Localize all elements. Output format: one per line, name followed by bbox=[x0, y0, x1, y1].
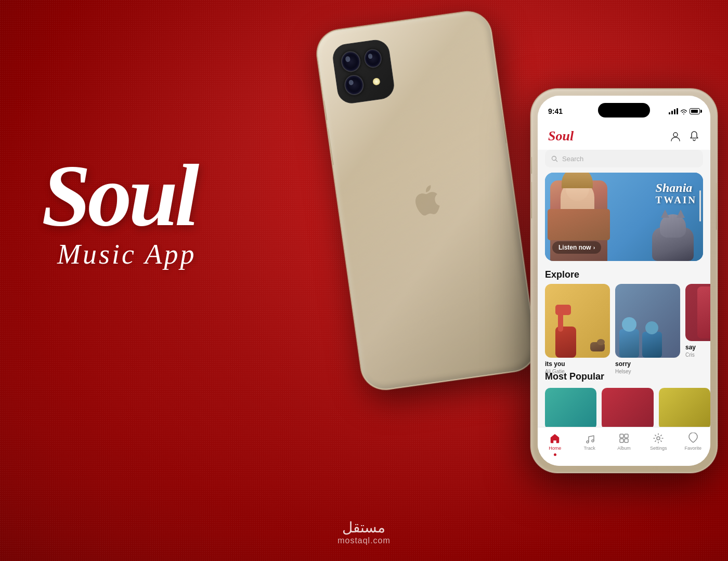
camera-lens-3 bbox=[343, 73, 365, 96]
tab-settings-label: Settings bbox=[650, 446, 667, 451]
popular-card-3[interactable] bbox=[659, 388, 710, 427]
phone-back-side-btn-volume bbox=[326, 129, 334, 165]
scroll-indicator bbox=[699, 190, 701, 221]
explore-card-3[interactable]: say Cris bbox=[685, 284, 710, 358]
wolf-figure bbox=[649, 217, 699, 261]
svg-rect-6 bbox=[620, 439, 623, 442]
battery-fill bbox=[691, 110, 698, 113]
tab-track[interactable]: Track bbox=[572, 433, 606, 451]
svg-rect-5 bbox=[625, 434, 628, 438]
hero-banner[interactable]: Shania TWAIN Listen now › bbox=[545, 173, 703, 261]
card2-figure1 bbox=[619, 308, 645, 358]
notification-icon[interactable] bbox=[688, 131, 700, 142]
status-icons bbox=[669, 108, 700, 114]
card1-head bbox=[555, 305, 571, 315]
app-logo: Soul bbox=[548, 128, 574, 144]
search-bar[interactable]: Search bbox=[545, 150, 703, 167]
explore-card-1[interactable]: its you Ali Gatie bbox=[545, 284, 610, 358]
phone-screen: 9:41 bbox=[538, 96, 710, 466]
card1-animal-head bbox=[597, 339, 605, 345]
signal-bar-3 bbox=[674, 109, 675, 114]
listen-now-text: Listen now bbox=[558, 244, 591, 251]
signal-icon bbox=[669, 108, 678, 114]
phone-back-body bbox=[314, 8, 539, 394]
phone-front-volume-btn bbox=[530, 182, 532, 218]
phone-back bbox=[314, 8, 539, 394]
listen-now-arrow: › bbox=[593, 244, 595, 251]
tab-album-label: Album bbox=[617, 446, 631, 451]
listen-now-button[interactable]: Listen now › bbox=[552, 241, 601, 254]
explore-cards: its you Ali Gatie bbox=[545, 284, 710, 358]
popular-card-1[interactable] bbox=[545, 388, 596, 427]
tab-track-label: Track bbox=[584, 446, 595, 451]
dynamic-island bbox=[598, 103, 650, 118]
album-icon bbox=[618, 433, 630, 444]
signal-bar-1 bbox=[669, 112, 670, 114]
card2-figure2 bbox=[642, 314, 668, 358]
phone-back-side-btn-mute bbox=[321, 100, 327, 120]
tab-active-indicator bbox=[554, 453, 556, 456]
svg-rect-7 bbox=[625, 439, 628, 442]
signal-bar-4 bbox=[677, 108, 678, 114]
artist-name-twain: TWAIN bbox=[656, 194, 697, 206]
watermark-latin: mostaql.com bbox=[337, 536, 391, 545]
hair-shape bbox=[562, 173, 593, 188]
card2-body1 bbox=[619, 329, 639, 358]
artist-name-container: Shania TWAIN bbox=[656, 181, 697, 206]
search-placeholder: Search bbox=[562, 155, 583, 163]
explore-card-2-title: sorry bbox=[615, 360, 680, 368]
settings-icon bbox=[653, 433, 664, 444]
hero-text-container: Soul Music App bbox=[42, 156, 196, 270]
camera-lens-2 bbox=[363, 48, 383, 69]
camera-module bbox=[331, 38, 396, 105]
battery-icon bbox=[690, 108, 700, 114]
wifi-icon bbox=[680, 109, 687, 114]
popular-section-title: Most Popular bbox=[545, 371, 604, 382]
explore-card-3-artist: Cris bbox=[685, 352, 710, 358]
explore-card-2[interactable]: sorry Helsey bbox=[615, 284, 680, 358]
tab-home-label: Home bbox=[549, 446, 561, 451]
watermark-arabic: مستقل bbox=[337, 519, 391, 536]
phone-front-body: 9:41 bbox=[530, 88, 718, 473]
search-icon bbox=[551, 155, 558, 162]
phones-container: 9:41 bbox=[281, 0, 728, 561]
app-header: Soul bbox=[538, 123, 710, 150]
signal-bar-2 bbox=[671, 111, 673, 114]
wolf-ear-left bbox=[661, 210, 669, 218]
phone-front: 9:41 bbox=[530, 88, 718, 473]
soul-title: Soul bbox=[42, 156, 196, 236]
tab-home[interactable]: Home bbox=[538, 433, 572, 456]
svg-point-1 bbox=[552, 156, 556, 160]
card1-figure bbox=[553, 311, 579, 358]
explore-card-2-artist: Helsey bbox=[615, 369, 680, 374]
wolf-ear-right bbox=[677, 210, 685, 218]
popular-card-2[interactable] bbox=[602, 388, 653, 427]
status-time: 9:41 bbox=[548, 107, 563, 115]
profile-icon[interactable] bbox=[670, 131, 681, 142]
artist-name-shania: Shania bbox=[656, 181, 697, 194]
camera-flash bbox=[372, 77, 381, 86]
tab-favorite[interactable]: Favorite bbox=[676, 433, 710, 451]
svg-point-8 bbox=[657, 437, 660, 440]
card2-head2 bbox=[645, 321, 658, 334]
phone-back-side-btn-power bbox=[499, 96, 509, 143]
camera-lens-1 bbox=[340, 50, 361, 73]
svg-point-0 bbox=[673, 133, 678, 137]
card1-animal bbox=[590, 342, 606, 355]
tab-favorite-label: Favorite bbox=[685, 446, 702, 451]
tab-album[interactable]: Album bbox=[607, 433, 641, 451]
apple-logo bbox=[411, 184, 441, 217]
card2-head1 bbox=[622, 317, 636, 332]
tab-bar: Home Track bbox=[538, 427, 710, 466]
favorite-icon bbox=[687, 433, 699, 444]
card3-art bbox=[697, 286, 711, 338]
collar-shape bbox=[548, 209, 610, 240]
explore-card-1-image bbox=[545, 284, 610, 358]
card2-body2 bbox=[642, 332, 662, 358]
explore-card-1-title: its you bbox=[545, 360, 610, 368]
explore-card-2-image bbox=[615, 284, 680, 358]
tab-settings[interactable]: Settings bbox=[641, 433, 675, 451]
home-icon bbox=[549, 433, 561, 444]
header-icons bbox=[670, 131, 700, 142]
popular-cards bbox=[545, 388, 710, 427]
